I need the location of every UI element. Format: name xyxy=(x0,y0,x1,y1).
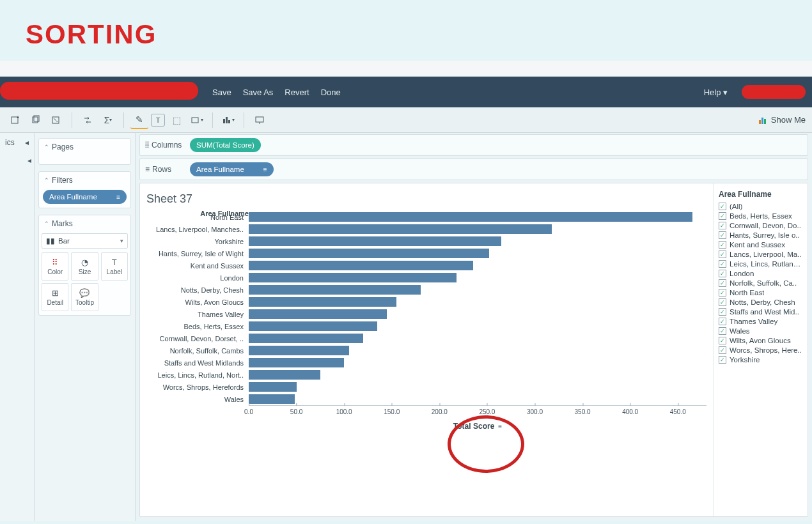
bar[interactable] xyxy=(249,261,473,270)
filter-checkbox-item[interactable]: ✓Kent and Sussex xyxy=(719,241,802,249)
bar[interactable] xyxy=(249,382,297,392)
menu-revert[interactable]: Revert xyxy=(285,88,309,97)
text-tool-button[interactable]: T xyxy=(151,114,165,127)
filter-checkbox-item[interactable]: ✓Lancs, Liverpool, Ma.. xyxy=(719,250,802,258)
swap-button[interactable] xyxy=(79,111,97,129)
pages-shelf[interactable]: ⌃Pages xyxy=(38,138,131,165)
bar[interactable] xyxy=(249,224,552,234)
highlight-button[interactable]: ✎ xyxy=(130,111,148,129)
bar[interactable] xyxy=(249,358,344,367)
rows-pill-area-fullname[interactable]: Area Fullname ≡ xyxy=(190,162,274,176)
format-button[interactable]: ⬚ xyxy=(168,111,185,129)
bar[interactable] xyxy=(249,285,421,295)
filter-checkbox-item[interactable]: ✓Cornwall, Devon, Do.. xyxy=(719,222,802,229)
bar-row[interactable]: London xyxy=(146,272,707,284)
rows-shelf[interactable]: ≡Rows Area Fullname ≡ xyxy=(139,158,808,180)
menu-done[interactable]: Done xyxy=(321,88,341,97)
bar-row[interactable]: Cornwall, Devon, Dorset, .. xyxy=(146,332,707,344)
filter-card-panel[interactable]: Area Fullname ✓(All)✓Beds, Herts, Essex✓… xyxy=(713,183,808,516)
menu-help[interactable]: Help ▾ xyxy=(704,88,728,97)
bar[interactable] xyxy=(249,394,295,404)
bar[interactable] xyxy=(249,273,457,282)
filter-checkbox-item[interactable]: ✓Wilts, Avon Gloucs xyxy=(719,337,802,344)
filter-pill-area-fullname[interactable]: Area Fullname ≡ xyxy=(43,190,127,204)
filter-item-label: (All) xyxy=(730,203,742,210)
bar[interactable] xyxy=(249,334,363,343)
clear-button[interactable] xyxy=(47,111,65,129)
filter-checkbox-item[interactable]: ✓North East xyxy=(719,289,802,297)
filter-checkbox-item[interactable]: ✓Yorkshire xyxy=(719,356,802,364)
filter-checkbox-item[interactable]: ✓Leics, Lincs, Rutland,.. xyxy=(719,260,802,268)
marks-size-button[interactable]: ◔Size xyxy=(71,252,98,281)
filter-checkbox-item[interactable]: ✓Norfolk, Suffolk, Ca.. xyxy=(719,279,802,287)
marks-detail-button[interactable]: ⊞Detail xyxy=(42,283,68,311)
fit-button[interactable]: ▾ xyxy=(188,111,206,129)
bar-label: Kent and Sussex xyxy=(146,262,249,270)
bar-row[interactable]: Norfolk, Suffolk, Cambs xyxy=(146,344,707,357)
bar-row[interactable]: Beds, Herts, Essex xyxy=(146,320,707,332)
axis-tick: 0.0 xyxy=(244,406,253,415)
new-worksheet-button[interactable]: + xyxy=(6,111,24,129)
bar-row[interactable]: Yorkshire xyxy=(146,235,707,247)
visualization[interactable]: Sheet 37 Area Fullname North EastLancs, … xyxy=(140,183,713,516)
checkbox-icon: ✓ xyxy=(719,212,726,220)
show-me-button[interactable]: Show Me xyxy=(758,115,806,125)
bar-label: Yorkshire xyxy=(146,238,249,245)
marks-card: ⌃Marks ▮▮ Bar ▾ ⠿Color ◔Size TLabel ⊞Det… xyxy=(38,215,131,316)
filter-checkbox-item[interactable]: ✓London xyxy=(719,270,802,277)
filter-checkbox-item[interactable]: ✓Notts, Derby, Chesh xyxy=(719,298,802,306)
bar-chart[interactable]: Area Fullname North EastLancs, Liverpool… xyxy=(146,211,707,405)
columns-pill-sum-total-score[interactable]: SUM(Total Score) xyxy=(190,138,261,152)
bar-row[interactable]: Staffs and West Midlands xyxy=(146,357,707,369)
x-axis-title[interactable]: Total Score ≡ xyxy=(249,422,707,431)
marks-tooltip-button[interactable]: 💬Tooltip xyxy=(71,283,98,311)
bar-row[interactable]: Thames Valley xyxy=(146,308,707,320)
sheet-view: Sheet 37 Area Fullname North EastLancs, … xyxy=(139,183,808,517)
filter-checkbox-item[interactable]: ✓Beds, Herts, Essex xyxy=(719,212,802,220)
bar-row[interactable]: Wales xyxy=(146,393,707,405)
x-axis[interactable]: 0.050.0100.0150.0200.0250.0300.0350.0400… xyxy=(249,405,707,419)
bar[interactable] xyxy=(249,249,489,258)
bar-row[interactable]: Wilts, Avon Gloucs xyxy=(146,296,707,308)
totals-button[interactable]: Σ▾ xyxy=(99,111,117,129)
bar-row[interactable]: Hants, Surrey, Isle of Wight xyxy=(146,247,707,259)
show-hide-button[interactable]: ▾ xyxy=(219,111,237,129)
bar[interactable] xyxy=(249,297,396,307)
marks-label-button[interactable]: TLabel xyxy=(101,252,128,281)
bar[interactable] xyxy=(249,370,320,380)
bar-row[interactable]: Notts, Derby, Chesh xyxy=(146,284,707,296)
filter-checkbox-item[interactable]: ✓Thames Valley xyxy=(719,318,802,325)
caret-icon: ⌃ xyxy=(44,177,49,183)
checkbox-icon: ✓ xyxy=(719,231,726,239)
collapse-icon-2[interactable]: ◂ xyxy=(27,156,31,165)
checkbox-icon: ✓ xyxy=(719,250,726,258)
bar[interactable] xyxy=(249,236,501,246)
sort-indicator-icon: ≡ xyxy=(498,423,502,430)
bar-row[interactable]: Lancs, Liverpool, Manches.. xyxy=(146,223,707,235)
sheet-title[interactable]: Sheet 37 xyxy=(146,192,707,206)
duplicate-button[interactable] xyxy=(27,111,45,129)
bar-row[interactable]: Leics, Lincs, Rutland, Nort.. xyxy=(146,369,707,381)
bar[interactable] xyxy=(249,309,387,319)
mark-type-dropdown[interactable]: ▮▮ Bar ▾ xyxy=(42,233,128,249)
collapse-icon[interactable]: ◂ xyxy=(25,138,29,147)
bar[interactable] xyxy=(249,346,349,355)
filter-checkbox-item[interactable]: ✓Hants, Surrey, Isle o.. xyxy=(719,231,802,239)
filter-checkbox-item[interactable]: ✓(All) xyxy=(719,203,802,210)
filter-checkbox-item[interactable]: ✓Staffs and West Mid.. xyxy=(719,308,802,316)
columns-shelf[interactable]: ⦙⦙⦙Columns SUM(Total Score) xyxy=(139,134,808,156)
presentation-button[interactable] xyxy=(251,111,269,129)
filter-checkbox-item[interactable]: ✓Wales xyxy=(719,327,802,335)
data-pane-collapsed[interactable]: ics◂ ◂ xyxy=(0,133,35,521)
menu-save-as[interactable]: Save As xyxy=(243,88,274,97)
menu-save[interactable]: Save xyxy=(212,88,231,97)
filter-checkbox-item[interactable]: ✓Worcs, Shrops, Here.. xyxy=(719,346,802,354)
bar[interactable] xyxy=(249,212,692,222)
filters-shelf[interactable]: ⌃Filters Area Fullname ≡ xyxy=(38,171,131,208)
bar-row[interactable]: Kent and Sussex xyxy=(146,259,707,272)
bar-row[interactable]: Worcs, Shrops, Herefords xyxy=(146,381,707,393)
bar[interactable] xyxy=(249,321,377,331)
marks-color-button[interactable]: ⠿Color xyxy=(42,252,68,281)
filter-item-label: Hants, Surrey, Isle o.. xyxy=(730,231,800,239)
redaction-mark-right xyxy=(742,85,806,99)
